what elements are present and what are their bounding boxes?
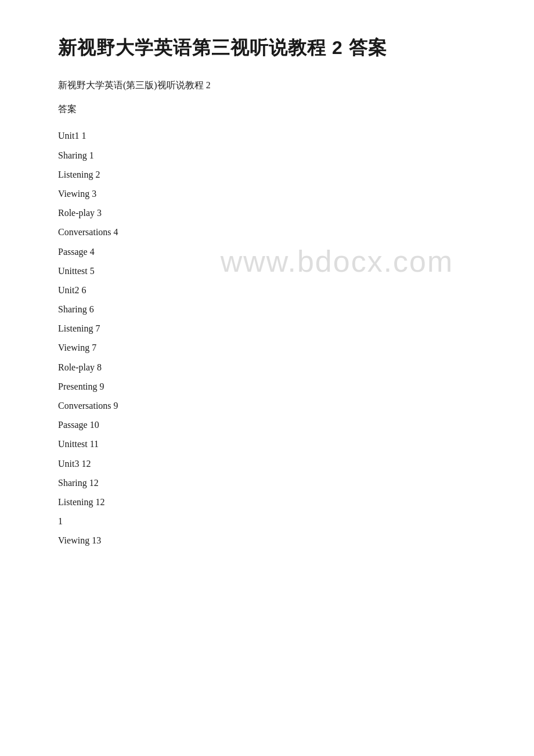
subtitle: 新视野大学英语(第三版)视听说教程 2: [58, 77, 488, 94]
toc-item: Role-play 3: [58, 204, 488, 222]
toc-item: Unit3 12: [58, 455, 488, 473]
toc-item: 1: [58, 512, 488, 530]
toc-item: Listening 2: [58, 165, 488, 183]
toc-item: Passage 10: [58, 416, 488, 434]
toc-item: Listening 12: [58, 493, 488, 511]
page-title: 新视野大学英语第三视听说教程 2 答案: [58, 35, 488, 61]
toc-item: Viewing 7: [58, 339, 488, 357]
toc-item: Sharing 1: [58, 146, 488, 164]
toc-item: Conversations 9: [58, 397, 488, 415]
toc-item: Conversations 4: [58, 223, 488, 241]
toc-item: Role-play 8: [58, 358, 488, 376]
toc-item: Viewing 3: [58, 185, 488, 203]
toc-item: Listening 7: [58, 319, 488, 337]
toc-item: Sharing 6: [58, 300, 488, 318]
toc-item: Unittest 11: [58, 435, 488, 453]
toc-list: Unit1 1Sharing 1Listening 2Viewing 3Role…: [58, 127, 488, 549]
toc-item: Sharing 12: [58, 474, 488, 492]
toc-item: Unittest 5: [58, 262, 488, 280]
answer-label: 答案: [58, 101, 488, 118]
toc-item: Passage 4: [58, 243, 488, 261]
toc-item: Unit2 6: [58, 281, 488, 299]
toc-item: Presenting 9: [58, 377, 488, 395]
toc-item: Viewing 13: [58, 531, 488, 549]
toc-item: Unit1 1: [58, 127, 488, 145]
